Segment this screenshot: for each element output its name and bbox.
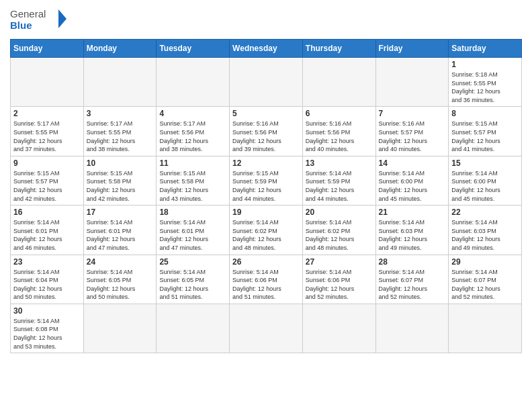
calendar-cell	[302, 304, 375, 353]
day-number: 25	[159, 257, 226, 267]
day-info: Sunrise: 5:14 AM Sunset: 6:00 PM Dayligh…	[451, 169, 519, 203]
day-info: Sunrise: 5:15 AM Sunset: 5:59 PM Dayligh…	[232, 169, 300, 203]
header: GeneralBlue	[10, 7, 522, 34]
calendar-cell	[83, 304, 157, 353]
day-info: Sunrise: 5:14 AM Sunset: 5:59 PM Dayligh…	[306, 169, 373, 203]
day-info: Sunrise: 5:14 AM Sunset: 6:01 PM Dayligh…	[159, 218, 226, 252]
day-info: Sunrise: 5:15 AM Sunset: 5:58 PM Dayligh…	[87, 169, 154, 203]
day-info: Sunrise: 5:15 AM Sunset: 5:57 PM Dayligh…	[451, 120, 519, 153]
day-info: Sunrise: 5:14 AM Sunset: 6:05 PM Dayligh…	[159, 268, 226, 302]
calendar-cell	[11, 58, 84, 107]
calendar-week-row: 2Sunrise: 5:17 AM Sunset: 5:55 PM Daylig…	[11, 107, 522, 156]
day-info: Sunrise: 5:14 AM Sunset: 6:00 PM Dayligh…	[379, 169, 446, 203]
day-number: 28	[379, 257, 446, 267]
day-info: Sunrise: 5:18 AM Sunset: 5:55 PM Dayligh…	[451, 71, 519, 104]
day-info: Sunrise: 5:14 AM Sunset: 6:03 PM Dayligh…	[379, 218, 446, 252]
calendar-cell: 11Sunrise: 5:15 AM Sunset: 5:58 PM Dayli…	[157, 156, 230, 205]
calendar: SundayMondayTuesdayWednesdayThursdayFrid…	[10, 39, 522, 353]
day-info: Sunrise: 5:17 AM Sunset: 5:55 PM Dayligh…	[87, 120, 154, 153]
calendar-cell: 5Sunrise: 5:16 AM Sunset: 5:56 PM Daylig…	[230, 107, 303, 156]
day-info: Sunrise: 5:14 AM Sunset: 6:08 PM Dayligh…	[13, 317, 81, 351]
weekday-header-wednesday: Wednesday	[230, 40, 303, 58]
day-info: Sunrise: 5:16 AM Sunset: 5:56 PM Dayligh…	[232, 120, 300, 153]
day-info: Sunrise: 5:14 AM Sunset: 6:01 PM Dayligh…	[87, 218, 154, 252]
calendar-cell: 12Sunrise: 5:15 AM Sunset: 5:59 PM Dayli…	[230, 156, 303, 205]
day-number: 9	[13, 158, 81, 168]
day-info: Sunrise: 5:14 AM Sunset: 6:03 PM Dayligh…	[451, 218, 519, 252]
calendar-week-row: 16Sunrise: 5:14 AM Sunset: 6:01 PM Dayli…	[11, 205, 522, 255]
calendar-cell: 3Sunrise: 5:17 AM Sunset: 5:55 PM Daylig…	[83, 107, 157, 156]
day-number: 26	[232, 257, 300, 267]
day-number: 1	[451, 60, 519, 69]
day-number: 27	[306, 257, 373, 267]
day-number: 5	[232, 109, 300, 118]
day-number: 8	[451, 109, 519, 118]
day-number: 17	[87, 208, 154, 217]
calendar-cell	[302, 58, 375, 107]
calendar-cell: 22Sunrise: 5:14 AM Sunset: 6:03 PM Dayli…	[449, 205, 522, 255]
day-number: 18	[159, 208, 226, 217]
calendar-cell: 16Sunrise: 5:14 AM Sunset: 6:01 PM Dayli…	[11, 205, 84, 255]
day-number: 24	[87, 257, 154, 267]
calendar-cell: 4Sunrise: 5:17 AM Sunset: 5:56 PM Daylig…	[157, 107, 230, 156]
calendar-cell: 25Sunrise: 5:14 AM Sunset: 6:05 PM Dayli…	[157, 255, 230, 304]
calendar-week-row: 30Sunrise: 5:14 AM Sunset: 6:08 PM Dayli…	[11, 304, 522, 353]
logo: GeneralBlue	[10, 7, 77, 34]
day-info: Sunrise: 5:16 AM Sunset: 5:56 PM Dayligh…	[306, 120, 373, 153]
weekday-header-monday: Monday	[83, 40, 157, 58]
calendar-cell: 10Sunrise: 5:15 AM Sunset: 5:58 PM Dayli…	[83, 156, 157, 205]
calendar-cell: 18Sunrise: 5:14 AM Sunset: 6:01 PM Dayli…	[157, 205, 230, 255]
calendar-cell: 1Sunrise: 5:18 AM Sunset: 5:55 PM Daylig…	[449, 58, 522, 107]
weekday-header-saturday: Saturday	[449, 40, 522, 58]
calendar-cell	[230, 304, 303, 353]
calendar-cell	[230, 58, 303, 107]
calendar-cell: 28Sunrise: 5:14 AM Sunset: 6:07 PM Dayli…	[375, 255, 449, 304]
day-info: Sunrise: 5:14 AM Sunset: 6:04 PM Dayligh…	[13, 268, 81, 302]
calendar-cell: 14Sunrise: 5:14 AM Sunset: 6:00 PM Dayli…	[375, 156, 449, 205]
calendar-cell: 17Sunrise: 5:14 AM Sunset: 6:01 PM Dayli…	[83, 205, 157, 255]
calendar-cell: 30Sunrise: 5:14 AM Sunset: 6:08 PM Dayli…	[11, 304, 84, 353]
calendar-cell: 21Sunrise: 5:14 AM Sunset: 6:03 PM Dayli…	[375, 205, 449, 255]
day-number: 12	[232, 158, 300, 168]
weekday-header-sunday: Sunday	[11, 40, 84, 58]
generalblue-logo-icon: GeneralBlue	[10, 7, 77, 34]
day-number: 29	[451, 257, 519, 267]
calendar-cell	[157, 58, 230, 107]
day-number: 16	[13, 208, 81, 217]
calendar-cell: 8Sunrise: 5:15 AM Sunset: 5:57 PM Daylig…	[449, 107, 522, 156]
weekday-header-tuesday: Tuesday	[157, 40, 230, 58]
calendar-week-row: 1Sunrise: 5:18 AM Sunset: 5:55 PM Daylig…	[11, 58, 522, 107]
day-number: 21	[379, 208, 446, 217]
day-number: 14	[379, 158, 446, 168]
weekday-header-thursday: Thursday	[302, 40, 375, 58]
day-info: Sunrise: 5:17 AM Sunset: 5:55 PM Dayligh…	[13, 120, 81, 153]
calendar-cell: 24Sunrise: 5:14 AM Sunset: 6:05 PM Dayli…	[83, 255, 157, 304]
day-info: Sunrise: 5:15 AM Sunset: 5:58 PM Dayligh…	[159, 169, 226, 203]
calendar-cell: 9Sunrise: 5:15 AM Sunset: 5:57 PM Daylig…	[11, 156, 84, 205]
calendar-cell: 15Sunrise: 5:14 AM Sunset: 6:00 PM Dayli…	[449, 156, 522, 205]
day-info: Sunrise: 5:15 AM Sunset: 5:57 PM Dayligh…	[13, 169, 81, 203]
calendar-cell	[83, 58, 157, 107]
weekday-header-friday: Friday	[375, 40, 449, 58]
day-number: 23	[13, 257, 81, 267]
calendar-cell: 19Sunrise: 5:14 AM Sunset: 6:02 PM Dayli…	[230, 205, 303, 255]
calendar-week-row: 9Sunrise: 5:15 AM Sunset: 5:57 PM Daylig…	[11, 156, 522, 205]
day-number: 6	[306, 109, 373, 118]
day-number: 19	[232, 208, 300, 217]
calendar-cell	[375, 304, 449, 353]
calendar-cell	[157, 304, 230, 353]
day-number: 3	[87, 109, 154, 118]
page: GeneralBlue SundayMondayTuesdayWednesday…	[0, 0, 532, 411]
calendar-cell: 26Sunrise: 5:14 AM Sunset: 6:06 PM Dayli…	[230, 255, 303, 304]
day-info: Sunrise: 5:14 AM Sunset: 6:02 PM Dayligh…	[232, 218, 300, 252]
day-number: 13	[306, 158, 373, 168]
day-number: 15	[451, 158, 519, 168]
calendar-cell	[449, 304, 522, 353]
calendar-cell: 23Sunrise: 5:14 AM Sunset: 6:04 PM Dayli…	[11, 255, 84, 304]
calendar-cell: 7Sunrise: 5:16 AM Sunset: 5:57 PM Daylig…	[375, 107, 449, 156]
weekday-header-row: SundayMondayTuesdayWednesdayThursdayFrid…	[11, 40, 522, 58]
calendar-cell: 13Sunrise: 5:14 AM Sunset: 5:59 PM Dayli…	[302, 156, 375, 205]
calendar-cell: 27Sunrise: 5:14 AM Sunset: 6:06 PM Dayli…	[302, 255, 375, 304]
day-info: Sunrise: 5:14 AM Sunset: 6:07 PM Dayligh…	[451, 268, 519, 302]
day-number: 4	[159, 109, 226, 118]
